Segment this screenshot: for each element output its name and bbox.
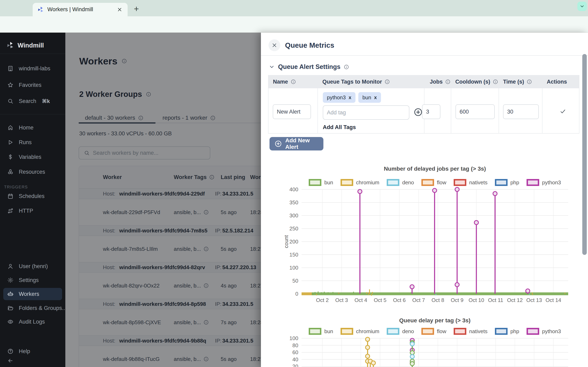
legend-swatch	[341, 328, 353, 335]
remove-tag-icon[interactable]: x	[349, 95, 351, 100]
add-new-alert-button[interactable]: Add New Alert	[269, 137, 323, 150]
svg-text:80: 80	[292, 342, 298, 349]
add-tag-input[interactable]	[323, 105, 409, 120]
sidebar-item-settings[interactable]: Settings	[0, 274, 65, 286]
legend-item-php[interactable]: php	[495, 328, 519, 335]
sidebar-item-folders[interactable]: Folders & Groups...	[0, 302, 65, 314]
drawer-backdrop[interactable]	[65, 33, 261, 367]
sidebar-item-label: Workers	[19, 291, 39, 297]
gear-icon	[7, 277, 13, 283]
drawer-scrollbar[interactable]	[582, 54, 587, 255]
legend-item-flow[interactable]: flow	[421, 328, 446, 335]
alert-column-header: Name	[273, 78, 296, 85]
svg-text:20: 20	[292, 363, 298, 367]
legend-item-nativets[interactable]: nativets	[454, 179, 488, 186]
add-tag-icon[interactable]	[414, 108, 423, 117]
svg-text:Oct 12: Oct 12	[507, 297, 523, 303]
remove-tag-icon[interactable]: x	[374, 95, 377, 100]
legend-swatch	[309, 328, 321, 335]
svg-text:count: count	[283, 235, 289, 248]
sidebar-item-search[interactable]: Search⌘k	[0, 95, 65, 107]
alert-column-header: Jobs	[430, 78, 450, 85]
time-input[interactable]	[503, 104, 539, 119]
legend-item-php[interactable]: php	[495, 179, 519, 186]
legend-item-flow[interactable]: flow	[421, 179, 446, 186]
svg-text:250: 250	[290, 225, 298, 232]
play-icon	[7, 139, 13, 145]
sidebar-item-label: Folders & Groups...	[19, 305, 67, 311]
cubes-icon	[7, 169, 13, 175]
sidebar-item-resources[interactable]: Resources	[0, 166, 65, 178]
legend-swatch	[309, 179, 321, 186]
tab-search-button[interactable]	[577, 2, 587, 11]
collapse-sidebar-icon[interactable]	[7, 358, 13, 364]
queue-metrics-drawer: Queue Metrics Queue Alert Settings NameQ…	[261, 33, 588, 367]
monitored-tags: python3xbunx	[323, 92, 384, 103]
triggers-section-label: TRIGGERS	[4, 185, 28, 189]
sidebar-item-audit[interactable]: Audit Logs	[0, 316, 65, 328]
legend-item-python3[interactable]: python3	[527, 179, 561, 186]
svg-text:Oct 7: Oct 7	[412, 297, 425, 303]
browser-tab[interactable]: Workers | Windmill	[33, 3, 128, 16]
alert-column-header: Time (s)	[503, 78, 532, 85]
sidebar-item-home[interactable]: Home	[0, 122, 65, 134]
page: Workers | Windmill + app.windmill.dev/wo…	[0, 0, 588, 367]
close-drawer-button[interactable]	[268, 39, 280, 51]
cooldown-input[interactable]	[456, 104, 495, 119]
alert-table-header: NameQueue Tags to MonitorJobsCooldown (s…	[268, 75, 579, 88]
new-tab-button[interactable]: +	[132, 4, 141, 13]
legend-item-bun[interactable]: bun	[309, 179, 333, 186]
route-icon	[7, 208, 13, 214]
sidebar-item-label: Runs	[19, 139, 32, 146]
legend-item-python3[interactable]: python3	[527, 328, 561, 335]
sidebar-item-favorites[interactable]: Favorites	[0, 79, 65, 91]
legend-item-nativets[interactable]: nativets	[454, 328, 488, 335]
info-icon[interactable]	[384, 79, 390, 84]
info-icon[interactable]	[493, 79, 498, 84]
info-icon[interactable]	[445, 79, 450, 84]
svg-text:Oct 5: Oct 5	[374, 297, 387, 303]
tab-title: Workers | Windmill	[47, 6, 93, 13]
chevron-down-icon	[269, 64, 275, 70]
add-all-tags-link[interactable]: Add All Tags	[323, 124, 356, 131]
svg-text:150: 150	[290, 252, 298, 258]
svg-text:60: 60	[292, 349, 298, 355]
legend-item-bun[interactable]: bun	[309, 328, 333, 335]
svg-text:Oct 4: Oct 4	[355, 297, 367, 303]
windmill-logo-icon[interactable]	[6, 41, 14, 49]
queue-delay-chart-title: Queue delay per tag (> 3s)	[282, 317, 588, 324]
browser-toolbar: app.windmill.dev/workers	[0, 16, 588, 33]
sidebar-item-workers[interactable]: Workers	[3, 288, 62, 300]
sidebar-item-help[interactable]: Help	[0, 345, 65, 358]
legend-item-chromium[interactable]: chromium	[341, 179, 379, 186]
sidebar-item-windmill-labs[interactable]: windmill-labs	[0, 62, 65, 75]
alert-name-input[interactable]	[273, 104, 311, 119]
sidebar-item-variables[interactable]: Variables	[0, 151, 65, 163]
user-icon	[7, 263, 13, 269]
info-icon[interactable]	[291, 79, 296, 84]
svg-text:Oct 8: Oct 8	[432, 297, 444, 303]
info-icon[interactable]	[527, 79, 532, 84]
svg-text:Oct 10: Oct 10	[468, 297, 484, 303]
delayed-jobs-chart: Oct 2Oct 3Oct 4Oct 5Oct 6Oct 7Oct 8Oct 9…	[261, 187, 588, 309]
legend-item-deno[interactable]: deno	[387, 328, 414, 335]
sidebar-item-runs[interactable]: Runs	[0, 136, 65, 149]
calendar-icon	[7, 193, 13, 199]
queue-alert-settings-header[interactable]: Queue Alert Settings	[269, 63, 349, 71]
legend-swatch	[454, 328, 466, 335]
sidebar: Windmill windmill-labsFavoritesSearch⌘kH…	[0, 33, 65, 367]
sidebar-item-user[interactable]: User (henri)	[0, 260, 65, 272]
confirm-alert-icon[interactable]	[559, 108, 566, 115]
legend-item-chromium[interactable]: chromium	[341, 328, 379, 335]
sidebar-item-http[interactable]: HTTP	[0, 205, 65, 217]
legend-item-deno[interactable]: deno	[387, 179, 414, 186]
svg-text:300: 300	[290, 212, 298, 218]
legend-swatch	[454, 179, 466, 186]
tab-close-icon[interactable]	[117, 7, 122, 12]
svg-text:400: 400	[290, 187, 298, 192]
jobs-input[interactable]	[422, 104, 440, 119]
dollar-icon	[7, 154, 13, 160]
brand-name: Windmill	[17, 42, 44, 49]
delayed-jobs-chart-legend: bunchromiumdenoflownativetsphppython3	[282, 179, 588, 186]
sidebar-item-schedules[interactable]: Schedules	[0, 190, 65, 202]
